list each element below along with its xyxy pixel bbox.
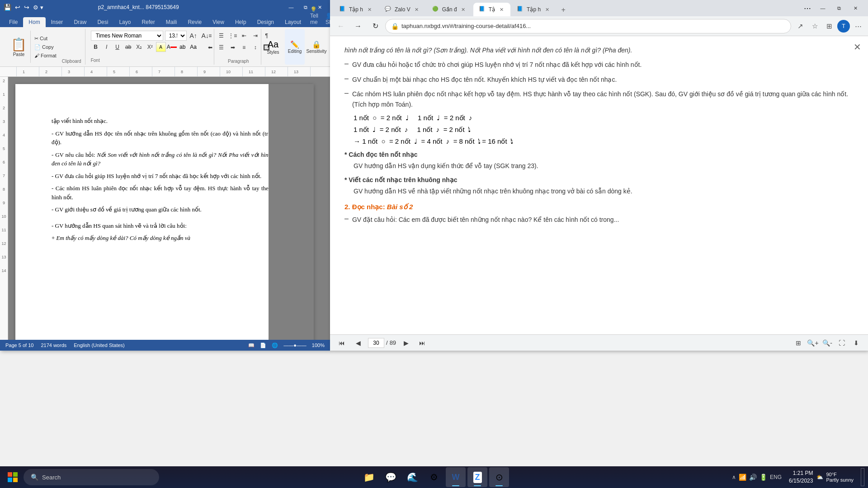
browser-more-button[interactable]: ⋯ xyxy=(801,3,814,14)
underline-button[interactable]: U xyxy=(113,42,123,52)
forward-button[interactable]: → xyxy=(351,19,365,33)
numbering-button[interactable]: ☰ xyxy=(217,31,226,41)
decrease-indent-button[interactable]: ⇤ xyxy=(239,31,249,41)
pdf-download[interactable]: ⬇ xyxy=(850,337,863,349)
word-page[interactable]: tập viết hình nốt nhạc. - GV hướng dẫn H… xyxy=(15,84,314,340)
pdf-prev-page[interactable]: ◀ xyxy=(352,337,364,349)
align-right-button[interactable]: ➡ xyxy=(228,42,238,52)
taskbar-search[interactable]: 🔍 Search xyxy=(24,469,159,485)
content-close-button[interactable]: ✕ xyxy=(850,40,864,54)
increase-indent-button[interactable]: ⇥ xyxy=(250,31,260,41)
up-arrow-icon[interactable]: ∧ xyxy=(732,474,736,480)
change-case-button[interactable]: Aa xyxy=(189,42,198,52)
word-redo-icon[interactable]: ↪ xyxy=(24,4,29,11)
pdf-zoom-out[interactable]: 🔍- xyxy=(821,337,834,349)
read-mode-icon[interactable]: 📖 xyxy=(248,343,255,348)
weather-widget[interactable]: ⛅ 90°F Partly sunny xyxy=(816,472,857,483)
browser-settings-button[interactable]: ⋯ xyxy=(852,20,864,33)
word-minimize-btn[interactable]: — xyxy=(285,3,297,12)
browser-restore-btn[interactable]: ⧉ xyxy=(832,2,846,14)
word-undo-icon[interactable]: ↩ xyxy=(15,4,20,11)
clear-format-button[interactable]: A xyxy=(156,42,166,52)
battery-icon[interactable]: 🔋 xyxy=(760,474,767,481)
strikethrough-button[interactable]: ab xyxy=(123,42,133,52)
new-tab-button[interactable]: + xyxy=(557,4,570,16)
refresh-button[interactable]: ↻ xyxy=(368,19,382,33)
cut-button[interactable]: ✂ Cut xyxy=(33,35,58,42)
tab-help[interactable]: Help xyxy=(230,17,252,27)
language-indicator[interactable]: ENG xyxy=(770,474,782,480)
copy-button[interactable]: 📄 Copy xyxy=(33,43,58,51)
grow-font-button[interactable]: A↑ xyxy=(189,31,198,41)
text-highlight-button[interactable]: ab xyxy=(178,42,188,52)
paste-button[interactable]: 📋 Paste xyxy=(7,29,30,65)
tab-0-close[interactable]: ✕ xyxy=(366,6,373,13)
browser-tab-0[interactable]: 📘 Tập h ✕ xyxy=(334,3,378,16)
address-bar[interactable]: 🔒 taphuan.nxbgd.vn/#/training-course-det… xyxy=(385,19,791,33)
tab-design2[interactable]: Design xyxy=(252,17,279,27)
align-left-button[interactable]: ⬅ xyxy=(205,42,215,52)
network-icon[interactable]: 📶 xyxy=(739,474,746,481)
pdf-page-input[interactable]: 30 xyxy=(368,338,384,348)
tab-design[interactable]: Desi xyxy=(92,17,113,27)
font-size-select[interactable]: 13.5 xyxy=(165,31,187,41)
font-color-button[interactable]: A xyxy=(167,42,177,52)
tab-4-close[interactable]: ✕ xyxy=(543,6,551,13)
pdf-fullscreen[interactable]: ⛶ xyxy=(835,337,848,349)
editing-group[interactable]: ✏️ Editing xyxy=(285,29,305,65)
browser-tab-3[interactable]: 📘 Tậ ✕ xyxy=(473,3,510,16)
pdf-next-page[interactable]: ▶ xyxy=(400,337,412,349)
justify-button[interactable]: ≡ xyxy=(239,42,249,52)
print-layout-icon[interactable]: 📄 xyxy=(260,343,266,348)
split-screen-button[interactable]: ⊞ xyxy=(823,20,835,33)
font-name-select[interactable]: Times New Roman xyxy=(91,31,163,41)
subscript-button[interactable]: X₂ xyxy=(134,42,144,52)
tab-tellme[interactable]: 💡 Tell me xyxy=(307,5,322,27)
align-center-button[interactable]: ☰ xyxy=(217,42,226,52)
tab-2-close[interactable]: ✕ xyxy=(460,6,467,13)
word-options-icon[interactable]: ⚙ ▾ xyxy=(33,4,43,11)
pdf-last-page[interactable]: ⏭ xyxy=(416,337,429,349)
tab-1-close[interactable]: ✕ xyxy=(413,6,420,13)
format-painter-button[interactable]: 🖌 Format xyxy=(33,52,58,59)
word-save-icon[interactable]: 💾 xyxy=(4,4,11,11)
bookmark-button[interactable]: ☆ xyxy=(808,20,821,33)
share-page-button[interactable]: ↗ xyxy=(794,20,807,33)
volume-icon[interactable]: 🔊 xyxy=(749,474,757,481)
pdf-zoom-in[interactable]: 🔍+ xyxy=(807,337,819,349)
taskbar-teams[interactable]: 💬 xyxy=(381,467,401,487)
start-button[interactable] xyxy=(4,468,22,486)
taskbar-zoom[interactable]: Z xyxy=(467,467,487,487)
tab-draw[interactable]: Draw xyxy=(68,17,92,27)
italic-button[interactable]: I xyxy=(102,42,112,52)
tab-insert[interactable]: Inser xyxy=(46,17,69,27)
browser-tab-4[interactable]: 📘 Tập h ✕ xyxy=(511,3,556,16)
taskbar-chrome[interactable]: ⊙ xyxy=(489,467,509,487)
multilevel-button[interactable]: ⋮≡ xyxy=(228,31,238,41)
tab-3-close[interactable]: ✕ xyxy=(498,6,505,13)
sensitivity-group[interactable]: 🔒 Sensitivity xyxy=(307,29,326,65)
profile-button[interactable]: T xyxy=(837,20,850,33)
back-button[interactable]: ← xyxy=(334,19,348,33)
taskbar-file-manager[interactable]: 📁 xyxy=(359,467,379,487)
pdf-first-page[interactable]: ⏮ xyxy=(335,337,348,349)
tab-home[interactable]: Hom xyxy=(23,17,45,27)
bullets-button[interactable]: ≡ xyxy=(205,31,215,41)
pdf-grid-view[interactable]: ⊞ xyxy=(792,337,805,349)
show-desktop-button[interactable] xyxy=(861,468,864,486)
browser-close-btn[interactable]: ✕ xyxy=(848,2,863,14)
taskbar-edge[interactable]: 🌊 xyxy=(402,467,422,487)
taskbar-time[interactable]: 1:21 PM 6/15/2023 xyxy=(789,469,813,485)
line-spacing-button[interactable]: ↕ xyxy=(250,42,260,52)
browser-minimize-btn[interactable]: — xyxy=(816,2,830,14)
zoom-slider[interactable]: ——●—— xyxy=(283,343,307,348)
styles-group[interactable]: Aa Styles xyxy=(263,29,283,65)
tab-review[interactable]: Revie xyxy=(182,17,207,27)
browser-tab-1[interactable]: 💬 Zalo V ✕ xyxy=(379,3,426,16)
tab-layout[interactable]: Layo xyxy=(113,17,136,27)
taskbar-word[interactable]: W xyxy=(446,467,466,487)
tab-layout2[interactable]: Layout xyxy=(279,17,307,27)
tab-view[interactable]: View xyxy=(207,17,230,27)
bold-button[interactable]: B xyxy=(91,42,101,52)
tab-file[interactable]: File xyxy=(4,17,23,27)
